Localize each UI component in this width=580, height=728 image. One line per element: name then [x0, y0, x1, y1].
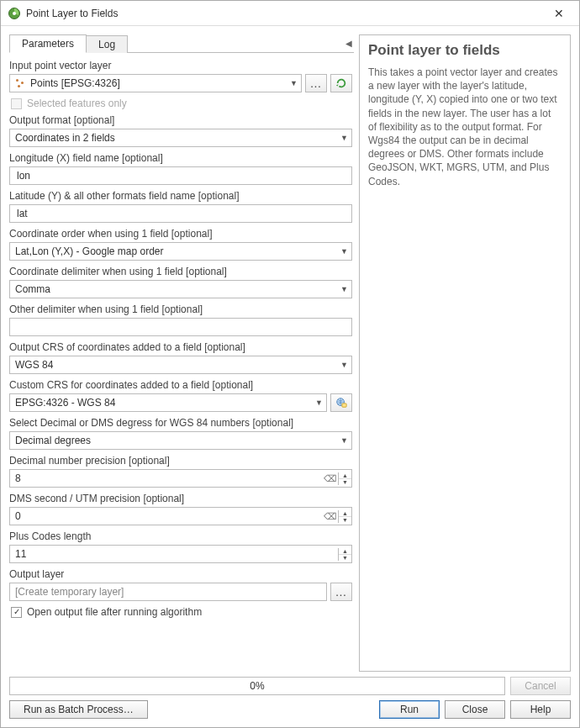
cancel-button[interactable]: Cancel: [510, 677, 571, 695]
point-layer-icon: [15, 78, 25, 88]
label-output-crs: Output CRS of coordinates added to a fie…: [9, 338, 352, 356]
dms-select-combo[interactable]: Decimal degrees ▼: [9, 431, 352, 450]
svg-rect-3: [342, 404, 346, 407]
label-lon-field: Longitude (X) field name [optional]: [9, 149, 352, 166]
tab-log[interactable]: Log: [86, 35, 128, 53]
output-format-combo[interactable]: Coordinates in 2 fields ▼: [9, 129, 352, 147]
plus-len-spin[interactable]: 11 ▲ ▼: [9, 545, 352, 563]
output-crs-combo[interactable]: WGS 84 ▼: [9, 356, 352, 374]
lon-field-text[interactable]: [15, 169, 346, 182]
left-panel: Parameters Log ◀ Input point vector laye…: [9, 34, 354, 672]
label-dms-select: Select Decimal or DMS degress for WGS 84…: [9, 414, 352, 431]
label-custom-crs: Custom CRS for coordinates added to a fi…: [9, 376, 352, 393]
output-crs-value: WGS 84: [15, 359, 53, 371]
lon-field-input[interactable]: [9, 166, 352, 185]
other-delim-input[interactable]: [9, 318, 352, 336]
lat-field-input[interactable]: [9, 204, 352, 223]
coord-order-combo[interactable]: Lat,Lon (Y,X) - Google map order ▼: [9, 242, 352, 261]
checkbox-icon: [11, 98, 22, 109]
output-layer-placeholder: [Create temporary layer]: [15, 586, 124, 598]
output-layer-input[interactable]: [Create temporary layer]: [9, 583, 327, 601]
coord-order-value: Lat,Lon (Y,X) - Google map order: [15, 245, 164, 257]
input-layer-combo[interactable]: Points [EPSG:4326] ▼: [9, 74, 302, 92]
open-output-label: Open output file after running algorithm: [27, 606, 202, 618]
help-title: Point layer to fields: [368, 42, 562, 59]
progress-bar: 0%: [9, 677, 505, 695]
spin-up-icon[interactable]: ▲: [339, 472, 351, 479]
run-batch-button[interactable]: Run as Batch Process…: [9, 700, 148, 719]
chevron-down-icon: ▼: [340, 436, 348, 445]
close-dialog-button[interactable]: Close: [445, 700, 505, 719]
parameters-form: Input point vector layer Points [EPSG:43…: [9, 53, 354, 672]
spin-down-icon[interactable]: ▼: [339, 479, 351, 485]
dms-select-value: Decimal degrees: [15, 435, 91, 446]
checkbox-icon: [11, 607, 22, 618]
output-layer-browse-button[interactable]: …: [330, 583, 352, 601]
run-button[interactable]: Run: [379, 700, 440, 719]
help-button[interactable]: Help: [510, 700, 571, 719]
label-dec-precision: Decimal number precision [optional]: [9, 451, 352, 469]
chevron-down-icon: ▼: [290, 79, 298, 87]
label-dms-precision: DMS second / UTM precision [optional]: [9, 489, 352, 507]
label-other-delim: Other delimiter when using 1 field [opti…: [9, 300, 352, 318]
bottom-button-row: Run as Batch Process… Run Close Help: [9, 700, 571, 720]
selected-features-checkbox: Selected features only: [9, 94, 352, 111]
label-coord-order: Coordinate order when using 1 field [opt…: [9, 224, 352, 242]
dec-precision-spin[interactable]: 8 ⌫ ▲ ▼: [9, 469, 352, 488]
help-body: This takes a point vector layer and crea…: [368, 66, 562, 188]
open-output-checkbox[interactable]: Open output file after running algorithm: [9, 603, 352, 620]
titlebar: Point Layer to Fields ✕: [1, 1, 579, 26]
spin-up-icon[interactable]: ▲: [339, 510, 351, 517]
selected-features-label: Selected features only: [27, 98, 127, 109]
browse-layer-button[interactable]: …: [305, 74, 327, 92]
dialog-body: Parameters Log ◀ Input point vector laye…: [1, 26, 579, 727]
select-crs-button[interactable]: [330, 393, 352, 412]
close-button[interactable]: ✕: [546, 7, 572, 20]
custom-crs-value: EPSG:4326 - WGS 84: [15, 397, 115, 409]
upper-area: Parameters Log ◀ Input point vector laye…: [9, 34, 571, 672]
other-delim-text[interactable]: [15, 320, 346, 334]
label-output-layer: Output layer: [9, 565, 352, 583]
label-plus-len: Plus Codes length: [9, 527, 352, 545]
window-title: Point Layer to Fields: [26, 8, 546, 19]
label-output-format: Output format [optional]: [9, 111, 352, 129]
progress-row: 0% Cancel: [9, 677, 571, 695]
spin-up-icon[interactable]: ▲: [339, 548, 351, 555]
clear-icon[interactable]: ⌫: [323, 473, 338, 484]
dms-precision-value[interactable]: 0: [10, 510, 323, 522]
dms-precision-spin[interactable]: 0 ⌫ ▲ ▼: [9, 507, 352, 525]
spin-down-icon[interactable]: ▼: [339, 555, 351, 561]
iterate-layer-button[interactable]: [330, 74, 352, 92]
plus-len-value[interactable]: 11: [10, 548, 338, 560]
label-lat-field: Latitude (Y) & all other formats field n…: [9, 187, 352, 204]
coord-delim-value: Comma: [15, 283, 50, 295]
svg-point-1: [13, 12, 16, 15]
chevron-down-icon: ▼: [340, 361, 348, 369]
label-input-layer: Input point vector layer: [9, 56, 352, 74]
chevron-down-icon: ▼: [340, 134, 348, 142]
tab-parameters[interactable]: Parameters: [9, 34, 87, 53]
tab-bar: Parameters Log ◀: [9, 34, 354, 53]
app-icon: [8, 7, 21, 20]
collapse-help-icon[interactable]: ◀: [345, 39, 352, 48]
dec-precision-value[interactable]: 8: [10, 472, 323, 484]
chevron-down-icon: ▼: [340, 247, 348, 256]
custom-crs-combo[interactable]: EPSG:4326 - WGS 84 ▼: [9, 393, 327, 412]
chevron-down-icon: ▼: [315, 398, 323, 407]
label-coord-delim: Coordinate delimiter when using 1 field …: [9, 262, 352, 280]
lat-field-text[interactable]: [15, 207, 346, 220]
spin-down-icon[interactable]: ▼: [339, 517, 351, 523]
help-panel: Point layer to fields This takes a point…: [359, 34, 571, 672]
spacer: [153, 700, 374, 720]
dialog-window: Point Layer to Fields ✕ Parameters Log ◀…: [0, 0, 580, 728]
output-format-value: Coordinates in 2 fields: [15, 132, 115, 144]
input-layer-value: Points [EPSG:4326]: [30, 77, 120, 89]
progress-text: 0%: [250, 680, 264, 692]
clear-icon[interactable]: ⌫: [323, 511, 338, 522]
chevron-down-icon: ▼: [340, 285, 348, 293]
coord-delim-combo[interactable]: Comma ▼: [9, 280, 352, 298]
